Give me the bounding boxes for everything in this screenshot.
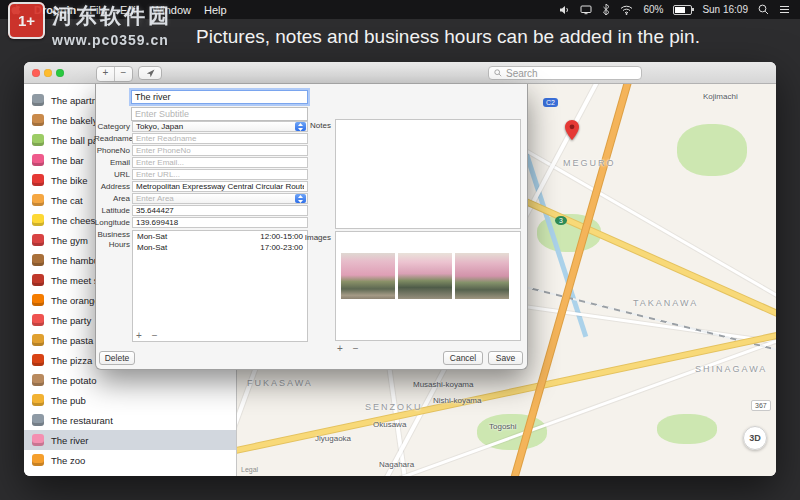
- readname-input[interactable]: [132, 133, 308, 144]
- battery-icon[interactable]: [673, 5, 692, 15]
- field-row-email: Email: [96, 157, 308, 168]
- minimize-button[interactable]: [44, 69, 52, 77]
- field-row-readname: Readname: [96, 133, 308, 144]
- bluetooth-icon[interactable]: [602, 4, 610, 15]
- watermark-text: 河东软件园 www.pc0359.cn: [52, 2, 172, 48]
- map-label: FUKASAWA: [247, 378, 313, 388]
- sidebar-item-label: The cat: [51, 195, 83, 206]
- business-hours-actions: + −: [136, 331, 158, 341]
- url-input[interactable]: [132, 169, 308, 180]
- building-icon: [32, 94, 44, 106]
- address-input[interactable]: [132, 181, 308, 192]
- map-park: [657, 414, 717, 444]
- map-label: MEGURO: [563, 158, 616, 168]
- bicycle-icon: [32, 174, 44, 186]
- field-row-url: URL: [96, 169, 308, 180]
- category-select[interactable]: Tokyo, Japan: [132, 121, 308, 132]
- title-input[interactable]: [131, 90, 308, 104]
- phoneno-input[interactable]: [132, 145, 308, 156]
- sidebar-item[interactable]: The pub: [24, 390, 236, 410]
- wifi-icon[interactable]: [620, 5, 633, 15]
- business-hours-table[interactable]: Mon-Sat12:00-15:00Mon-Sat17:00-23:00: [132, 230, 308, 342]
- images-add-button[interactable]: +: [337, 344, 343, 354]
- sidebar-item-label: The orange: [51, 295, 100, 306]
- toolbar-search-field[interactable]: Search: [488, 66, 642, 80]
- party-popper-icon: [32, 314, 44, 326]
- sidebar-item[interactable]: The restaurant: [24, 410, 236, 430]
- sidebar-item-label: The bike: [51, 175, 87, 186]
- readname-label: Readname: [94, 134, 130, 143]
- sidebar-item-label: The river: [51, 435, 88, 446]
- longitude-input[interactable]: [132, 217, 308, 228]
- map-legal-link[interactable]: Legal: [241, 466, 258, 473]
- images-label: Images: [295, 233, 331, 242]
- spotlight-icon[interactable]: [758, 4, 769, 15]
- delete-button[interactable]: Delete: [99, 351, 135, 365]
- weightlifter-icon: [32, 234, 44, 246]
- watermark-site-url: www.pc0359.cn: [52, 32, 172, 48]
- popup-arrows-icon: [295, 194, 306, 203]
- zoom-button[interactable]: [56, 69, 64, 77]
- map-label: SENZOKU: [365, 402, 423, 412]
- display-icon[interactable]: [580, 5, 592, 15]
- business-hours-row[interactable]: Mon-Sat12:00-15:00: [133, 231, 307, 242]
- phoneno-label: PhoneNo: [94, 146, 130, 155]
- sidebar-item[interactable]: The zoo: [24, 450, 236, 470]
- notes-input[interactable]: [335, 119, 521, 229]
- cherry-blossom-photo-2[interactable]: [398, 253, 452, 299]
- subtitle-input[interactable]: [131, 107, 308, 121]
- address-label: Address: [94, 182, 130, 191]
- area-select[interactable]: Enter Area: [132, 193, 308, 204]
- map-label: TAKANAWA: [633, 298, 698, 308]
- sidebar-item-label: The bakely: [51, 115, 97, 126]
- menu-help[interactable]: Help: [204, 4, 227, 16]
- images-well[interactable]: [335, 231, 521, 341]
- latitude-input[interactable]: [132, 205, 308, 216]
- latitude-label: Latitude: [94, 206, 130, 215]
- map-3d-button[interactable]: 3D: [743, 426, 767, 450]
- cherry-blossom-photo-1[interactable]: [341, 253, 395, 299]
- email-input[interactable]: [132, 157, 308, 168]
- map-label: Musashi-koyama: [413, 380, 473, 389]
- field-row-latitude: Latitude: [96, 205, 308, 216]
- sidebar-item-label: The pizza: [51, 355, 92, 366]
- notes-label: Notes: [295, 121, 331, 130]
- menubar-clock[interactable]: Sun 16:09: [702, 4, 748, 15]
- sidebar-item[interactable]: The river: [24, 430, 236, 450]
- save-button[interactable]: Save: [488, 351, 523, 365]
- sidebar-item-label: The bar: [51, 155, 84, 166]
- category-value: Tokyo, Japan: [136, 122, 295, 131]
- map-pin[interactable]: [565, 120, 579, 140]
- remove-pin-button[interactable]: −: [115, 67, 132, 81]
- fork-knife-icon: [32, 414, 44, 426]
- images-remove-button[interactable]: −: [353, 344, 359, 354]
- field-row-area: Area Enter Area: [96, 193, 308, 204]
- business-hours-remove-button[interactable]: −: [152, 331, 158, 341]
- map-label: Togoshi: [489, 422, 517, 431]
- field-row-category: Category Tokyo, Japan: [96, 121, 308, 132]
- close-button[interactable]: [32, 69, 40, 77]
- window-titlebar[interactable]: + − Search: [24, 62, 776, 84]
- cancel-button[interactable]: Cancel: [443, 351, 483, 365]
- hamburger-icon: [32, 254, 44, 266]
- cherry-blossom-icon: [32, 434, 44, 446]
- map-label: Okusawa: [373, 420, 406, 429]
- sidebar-item[interactable]: The potato: [24, 370, 236, 390]
- watermark: 1+ 河东软件园 www.pc0359.cn: [8, 2, 172, 48]
- cat-icon: [32, 194, 44, 206]
- map-label: Kojimachi: [703, 92, 738, 101]
- business-hours-row[interactable]: Mon-Sat17:00-23:00: [133, 242, 307, 253]
- sidebar-item-label: The restaurant: [51, 415, 113, 426]
- bread-icon: [32, 114, 44, 126]
- notification-center-icon[interactable]: [779, 5, 790, 14]
- locate-button[interactable]: [138, 66, 162, 80]
- spaghetti-icon: [32, 334, 44, 346]
- longitude-label: Longitude: [94, 218, 130, 227]
- volume-icon[interactable]: [559, 5, 570, 15]
- business-hours-days: Mon-Sat: [137, 232, 167, 241]
- business-hours-add-button[interactable]: +: [136, 331, 142, 341]
- pizza-icon: [32, 354, 44, 366]
- add-pin-button[interactable]: +: [97, 67, 115, 81]
- business-hours-days: Mon-Sat: [137, 243, 167, 252]
- cherry-blossom-photo-3[interactable]: [455, 253, 509, 299]
